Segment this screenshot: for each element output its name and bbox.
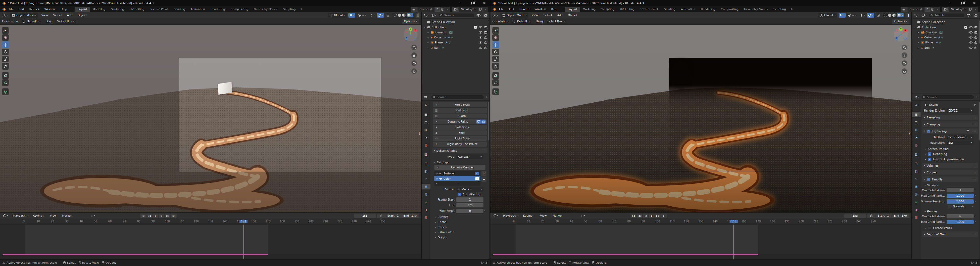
properties-editor-type-button[interactable]: ▾	[913, 95, 920, 100]
substeps-value-field[interactable]: 0	[456, 209, 484, 213]
outliner-search-input[interactable]: Search	[438, 13, 475, 18]
collection-label[interactable]: Collection	[922, 26, 935, 29]
proportional-editing-icon[interactable]: ▾	[847, 13, 857, 18]
tab-object[interactable]: ▢	[422, 161, 430, 166]
disable-render-icon[interactable]	[484, 36, 487, 38]
disable-render-icon[interactable]	[974, 36, 977, 38]
surface-list-item-surface[interactable]: ▽ Surface ✓	[434, 171, 480, 176]
toggle-xray-icon[interactable]	[385, 13, 391, 18]
disable-render-icon[interactable]	[974, 46, 977, 49]
rigid-body-constraint-button[interactable]: ⊥Rigid Body Constraint	[433, 142, 487, 147]
viewport-menu-view[interactable]: View	[530, 13, 540, 18]
camera-data-icon[interactable]	[449, 31, 453, 34]
workspace-tab-modeling[interactable]: Modeling	[90, 7, 108, 12]
workspace-tab-rendering[interactable]: Rendering	[208, 7, 228, 12]
cloth-button[interactable]: ◫Cloth	[433, 114, 487, 119]
dynamic-paint-panel-header[interactable]: ▾Dynamic Paint∷∷	[432, 148, 488, 154]
timeline-menu-keying[interactable]: Keying ▾	[31, 213, 46, 218]
outliner-row-sun[interactable]: ▸ ⊙ Sun ☀	[912, 45, 979, 50]
sun-data-icon[interactable]: ☀	[932, 46, 934, 49]
menu-edit[interactable]: Edit	[507, 7, 516, 11]
shading-wireframe-icon[interactable]	[393, 14, 397, 17]
add-cube-tool-icon[interactable]	[492, 88, 499, 95]
camera-frame[interactable]	[179, 58, 382, 172]
menu-help[interactable]: Help	[549, 7, 559, 11]
shading-rendered-icon[interactable]: ▾	[407, 13, 413, 18]
move-tool-icon[interactable]	[492, 42, 499, 48]
next-keyframe-button[interactable]: ▶▶	[655, 213, 661, 218]
properties-search-input[interactable]: Search	[921, 95, 974, 99]
shading-material-icon[interactable]	[892, 14, 896, 17]
new-collection-button[interactable]	[483, 13, 488, 18]
options-dropdown[interactable]: Options▾	[892, 19, 909, 24]
orientation-default-selector[interactable]: Default ▾	[511, 19, 531, 24]
options-dropdown[interactable]: Options▾	[402, 19, 419, 24]
hide-eye-icon[interactable]	[969, 42, 973, 44]
raytracing-checkbox[interactable]: ✓	[927, 130, 930, 133]
new-scene-icon[interactable]	[930, 7, 935, 12]
timeline-menu-playback[interactable]: Playback ▾	[11, 213, 29, 218]
workspace-tab-scripting[interactable]: Scripting	[280, 7, 298, 12]
format-dropdown[interactable]: ▽Vertex▾	[456, 187, 484, 192]
pause-preview-icon[interactable]: ‖	[907, 13, 910, 18]
tab-world[interactable]: ◍	[912, 143, 921, 148]
tab-world[interactable]: ◍	[422, 143, 430, 148]
measure-tool-icon[interactable]	[2, 79, 9, 86]
modifier-wrench-icon[interactable]	[447, 36, 450, 39]
outliner-editor-type-button[interactable]: ▾	[423, 13, 430, 18]
annotate-tool-icon[interactable]	[2, 72, 9, 79]
new-scene-icon[interactable]	[440, 7, 445, 12]
navigation-gizmo[interactable]: X Y Z	[403, 27, 418, 42]
frame-start-field[interactable]: Start1	[875, 213, 891, 218]
previous-keyframe-button[interactable]: ◀◀	[146, 213, 152, 218]
camera-frame[interactable]	[669, 58, 872, 172]
viewport-canvas[interactable]: X Y Z ❮	[490, 24, 912, 212]
render-max-child-slider[interactable]: 1.000	[947, 220, 974, 224]
use-preview-range-icon[interactable]	[377, 213, 385, 218]
breadcrumb-scene-label[interactable]: Scene	[929, 103, 938, 106]
outliner-row-camera[interactable]: ▸ Camera	[422, 30, 489, 35]
denoising-section-header[interactable]: ▸✓Denoising	[925, 152, 975, 156]
mode-selector[interactable]: Object Mode ▾	[501, 13, 528, 18]
settings-subpanel-header[interactable]: ▾Settings	[434, 161, 485, 164]
playhead-line[interactable]	[243, 224, 244, 259]
tab-view-layer[interactable]: ▥	[422, 127, 430, 133]
add-workspace-button[interactable]: +	[789, 7, 794, 12]
sampling-panel-header[interactable]: ▸Sampling∷∷	[922, 115, 978, 120]
fluid-button[interactable]: ◆Fluid	[433, 130, 487, 135]
tab-texture[interactable]: ▩	[422, 215, 430, 220]
workspace-tab-uv-editing[interactable]: UV Editing	[127, 7, 147, 12]
blender-menu-logo-icon[interactable]	[2, 7, 6, 11]
object-label-sun[interactable]: Sun	[924, 46, 930, 50]
workspace-tab-geometry-nodes[interactable]: Geometry Nodes	[741, 7, 770, 12]
normals-row[interactable]: ✓ Normals •	[948, 205, 974, 208]
disable-render-icon[interactable]	[484, 46, 487, 49]
workspace-tab-rendering[interactable]: Rendering	[698, 7, 718, 12]
new-viewlayer-icon[interactable]	[968, 7, 973, 12]
pan-hand-icon[interactable]	[411, 53, 417, 58]
workspace-tab-uv-editing[interactable]: UV Editing	[617, 7, 637, 12]
current-frame-field[interactable]: 153	[845, 213, 866, 218]
workspace-tab-texture-paint[interactable]: Texture Paint	[638, 7, 661, 12]
shading-solid-icon[interactable]	[888, 14, 891, 17]
menu-file[interactable]: File	[497, 7, 506, 11]
menu-render[interactable]: Render	[517, 7, 531, 11]
viewlayer-icon[interactable]: ▾	[452, 7, 459, 12]
hide-eye-icon[interactable]	[479, 36, 482, 38]
hide-eye-icon[interactable]	[969, 36, 973, 38]
surface-item-checkbox[interactable]: ✓	[476, 177, 479, 180]
play-reverse-button[interactable]: ◀	[153, 213, 158, 218]
collection-checkbox[interactable]: ✓	[964, 26, 967, 29]
remove-surface-button[interactable]: −	[481, 177, 487, 182]
cursor-tool-icon[interactable]	[2, 34, 9, 41]
titlebar[interactable]: * Print Test [T:\Programme\MMD\Userfiles…	[490, 0, 980, 6]
surface-list-item-color[interactable]: ▽ Color ✓	[434, 176, 480, 181]
unlink-scene-icon[interactable]: ×	[445, 7, 450, 12]
titlebar[interactable]: * Print Test [T:\Programme\MMD\Userfiles…	[0, 0, 490, 6]
workspace-tab-geometry-nodes[interactable]: Geometry Nodes	[251, 7, 280, 12]
camera-view-icon[interactable]	[902, 60, 907, 66]
dynamic-paint-render-toggle[interactable]	[481, 120, 486, 123]
timeline-ruler[interactable]: 0102030405060708090100110120130140150160…	[490, 219, 912, 224]
sun-data-icon[interactable]: ☀	[442, 46, 444, 49]
jump-to-end-button[interactable]: ▶|	[171, 213, 177, 218]
